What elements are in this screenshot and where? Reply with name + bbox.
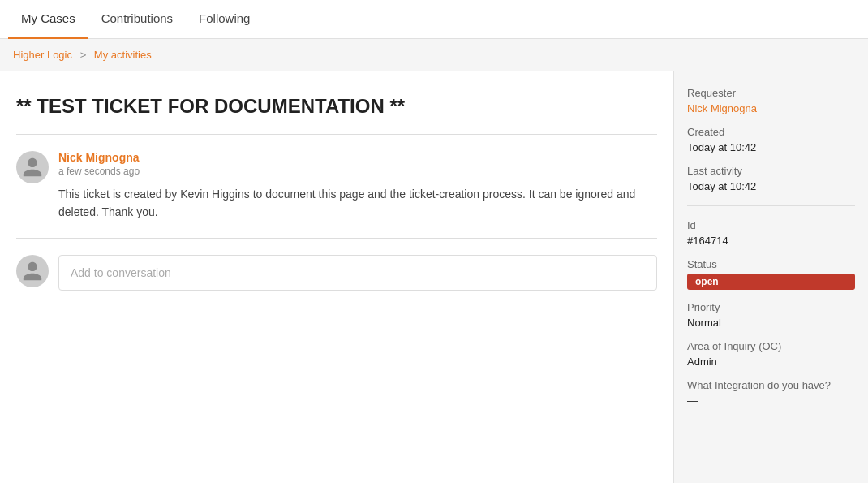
breadcrumb-separator: > [80, 49, 87, 61]
integration-value: — [687, 395, 855, 407]
comment-time: a few seconds ago [58, 166, 657, 177]
last-activity-label: Last activity [687, 165, 855, 177]
reply-area: Add to conversation [16, 255, 657, 291]
content-area: ** TEST TICKET FOR DOCUMENTATION ** Nick… [0, 71, 673, 483]
area-value: Admin [687, 356, 855, 368]
sidebar-last-activity: Last activity Today at 10:42 [687, 165, 855, 192]
created-value: Today at 10:42 [687, 141, 855, 153]
top-nav: My Cases Contributions Following [0, 0, 868, 39]
reply-avatar [16, 255, 49, 287]
comment-block: Nick Mignogna a few seconds ago This tic… [16, 151, 657, 222]
sidebar: Requester Nick Mignogna Created Today at… [673, 71, 868, 483]
commenter-avatar [16, 151, 49, 183]
sidebar-integration: What Integration do you have? — [687, 379, 855, 407]
bottom-divider [16, 238, 657, 239]
integration-label: What Integration do you have? [687, 379, 855, 391]
main-content: ** TEST TICKET FOR DOCUMENTATION ** Nick… [0, 71, 868, 483]
tab-my-cases[interactable]: My Cases [8, 0, 88, 39]
requester-label: Requester [687, 87, 855, 99]
breadcrumb-current-link[interactable]: My activities [94, 49, 152, 61]
sidebar-status: Status open [687, 258, 855, 290]
tab-contributions[interactable]: Contributions [88, 0, 186, 39]
area-label: Area of Inquiry (OC) [687, 340, 855, 352]
sidebar-divider-1 [687, 205, 855, 206]
priority-label: Priority [687, 301, 855, 313]
comment-content: Nick Mignogna a few seconds ago This tic… [58, 151, 657, 222]
requester-value[interactable]: Nick Mignogna [687, 102, 855, 114]
sidebar-created: Created Today at 10:42 [687, 126, 855, 153]
ticket-title: ** TEST TICKET FOR DOCUMENTATION ** [16, 95, 657, 118]
comment-author[interactable]: Nick Mignogna [58, 151, 657, 164]
breadcrumb: Higher Logic > My activities [0, 39, 868, 71]
created-label: Created [687, 126, 855, 138]
id-label: Id [687, 219, 855, 231]
id-value: #164714 [687, 235, 855, 247]
sidebar-priority: Priority Normal [687, 301, 855, 329]
top-divider [16, 134, 657, 135]
sidebar-area: Area of Inquiry (OC) Admin [687, 340, 855, 368]
comment-body: This ticket is created by Kevin Higgins … [58, 185, 657, 222]
priority-value: Normal [687, 317, 855, 329]
reply-input[interactable]: Add to conversation [58, 255, 657, 291]
tab-following[interactable]: Following [186, 0, 263, 39]
sidebar-id: Id #164714 [687, 219, 855, 247]
breadcrumb-home-link[interactable]: Higher Logic [13, 49, 72, 61]
last-activity-value: Today at 10:42 [687, 180, 855, 192]
status-label: Status [687, 258, 855, 270]
status-badge: open [687, 274, 855, 290]
sidebar-requester: Requester Nick Mignogna [687, 87, 855, 114]
